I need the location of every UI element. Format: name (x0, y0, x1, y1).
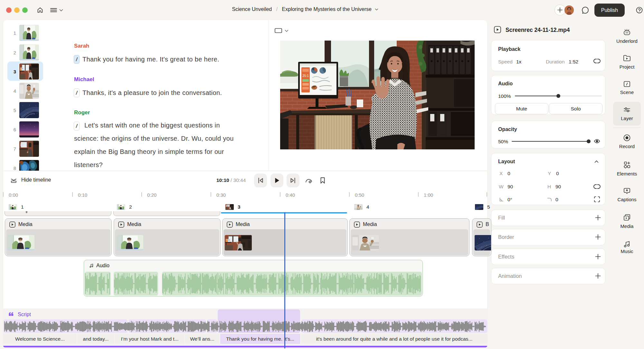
svg-text:25:1: 25:1 (302, 74, 309, 78)
